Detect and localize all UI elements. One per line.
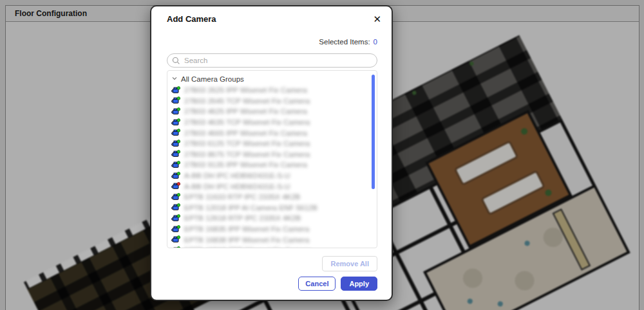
remove-all-row: Remove All	[167, 256, 377, 271]
camera-list-item[interactable]: EPTB 12618 RTP IPC 2335X 4K2B	[171, 213, 370, 224]
camera-name: 27B03 4665 IPP Wisenet Fix Camera	[184, 129, 307, 137]
selected-items-label: Selected Items:	[319, 38, 370, 46]
camera-icon	[171, 140, 180, 148]
camera-list-item[interactable]: EPTB 11633 RTP IPC 2335X 4K2B	[171, 192, 370, 203]
camera-icon	[171, 172, 180, 180]
camera-name: A-BB DH IPC HDBW2431E-S-U	[184, 172, 290, 179]
camera-name: 27B03 4635 TCP Wisenet Fix Camera	[184, 118, 310, 126]
camera-list-item[interactable]: EPTB 16918 TPP Wisenet Fix Camera	[171, 245, 370, 248]
camera-name: EPTB 12018 IPP AI Camera ENF 5612B	[184, 204, 317, 212]
camera-icon	[171, 161, 180, 169]
camera-name: EPTB 11633 RTP IPC 2335X 4K2B	[184, 193, 300, 201]
camera-name: 27B03 6125 TCP Wisenet Fix Camera	[184, 140, 310, 147]
camera-icon	[171, 96, 180, 105]
camera-name: EPTB 16918 TPP Wisenet Fix Camera	[184, 246, 312, 248]
remove-all-button[interactable]: Remove All	[322, 256, 377, 271]
camera-list-item[interactable]: 27B03 8675 TCP Wisenet Fix Camera	[171, 149, 370, 160]
camera-icon	[171, 150, 180, 158]
camera-list-item[interactable]: EPTB 16835 IPP Wisenet Fix Camera	[171, 224, 370, 235]
camera-list-item[interactable]: 27B03 4625 IPP Wisenet Fix Camera	[171, 106, 370, 117]
camera-list-item[interactable]: EPTB 16838 IPP Wisenet Fix Camera	[171, 234, 370, 245]
camera-list-item[interactable]: 27B03 4665 IPP Wisenet Fix Camera	[171, 127, 370, 138]
modal-header: Add Camera ✕	[167, 14, 377, 24]
close-icon[interactable]: ✕	[373, 14, 381, 24]
camera-icon	[171, 193, 180, 201]
search-icon	[172, 56, 180, 68]
add-camera-modal: Add Camera ✕ Selected Items: 0	[150, 5, 393, 301]
camera-icon	[171, 129, 180, 137]
list-scrollbar[interactable]	[372, 75, 375, 189]
camera-icon	[171, 235, 180, 244]
camera-group-label: All Camera Groups	[181, 75, 244, 83]
app-window: Floor Configuration	[0, 0, 644, 310]
modal-footer: Cancel Apply	[167, 277, 377, 291]
search-input[interactable]	[167, 53, 377, 68]
camera-name: EPTB 12618 RTP IPC 2335X 4K2B	[184, 214, 301, 222]
camera-list-item[interactable]: EPTB 12018 IPP AI Camera ENF 5612B	[171, 203, 370, 214]
camera-group-all[interactable]: All Camera Groups	[171, 73, 370, 85]
camera-list-item[interactable]: 27B03 2625 IPP Wisenet Fix Camera	[171, 85, 370, 96]
camera-name: 27B03 8675 TCP Wisenet Fix Camera	[184, 150, 310, 158]
camera-name: 27B03 4625 IPP Wisenet Fix Camera	[184, 107, 307, 115]
cancel-button[interactable]: Cancel	[298, 277, 336, 291]
camera-name: 27B03 2645 TCP Wisenet Fix Camera	[184, 97, 310, 105]
camera-name: EPTB 16835 IPP Wisenet Fix Camera	[184, 225, 309, 233]
camera-icon	[171, 225, 180, 233]
camera-name: 27B03 2625 IPP Wisenet Fix Camera	[184, 86, 307, 94]
camera-icon	[171, 246, 180, 248]
camera-list-item[interactable]: A-BB DH IPC HDBW2431E-S-U	[171, 170, 370, 181]
camera-icon	[171, 214, 180, 223]
camera-list-item[interactable]: 27B03 4635 TCP Wisenet Fix Camera	[171, 117, 370, 128]
camera-icon	[171, 107, 180, 116]
camera-icon	[171, 86, 180, 95]
selected-items-row: Selected Items: 0	[167, 38, 377, 46]
camera-list-item[interactable]: A-BB DH IPC HDBW2431E-S-U	[171, 181, 370, 192]
search-box	[167, 53, 377, 68]
camera-name: A-BB DH IPC HDBW2431E-S-U	[184, 183, 290, 190]
camera-icon	[171, 182, 180, 190]
camera-list-item[interactable]: 27B03 2645 TCP Wisenet Fix Camera	[171, 96, 370, 107]
chevron-down-icon	[171, 75, 178, 83]
camera-tree: All Camera Groups 27B03 2625 IPP Wisenet…	[167, 70, 377, 248]
apply-button[interactable]: Apply	[341, 277, 377, 291]
camera-list: 27B03 2625 IPP Wisenet Fix Camera 27B03 …	[171, 85, 370, 248]
camera-icon	[171, 118, 180, 127]
modal-title: Add Camera	[167, 14, 216, 24]
camera-name: EPTB 16838 IPP Wisenet Fix Camera	[184, 236, 309, 244]
camera-name: 27B03 9135 IPP Wisenet Fix Camera	[184, 161, 307, 169]
camera-icon	[171, 203, 180, 212]
selected-items-count: 0	[374, 38, 377, 46]
camera-list-item[interactable]: 27B03 9135 IPP Wisenet Fix Camera	[171, 160, 370, 170]
camera-list-item[interactable]: 27B03 6125 TCP Wisenet Fix Camera	[171, 138, 370, 149]
